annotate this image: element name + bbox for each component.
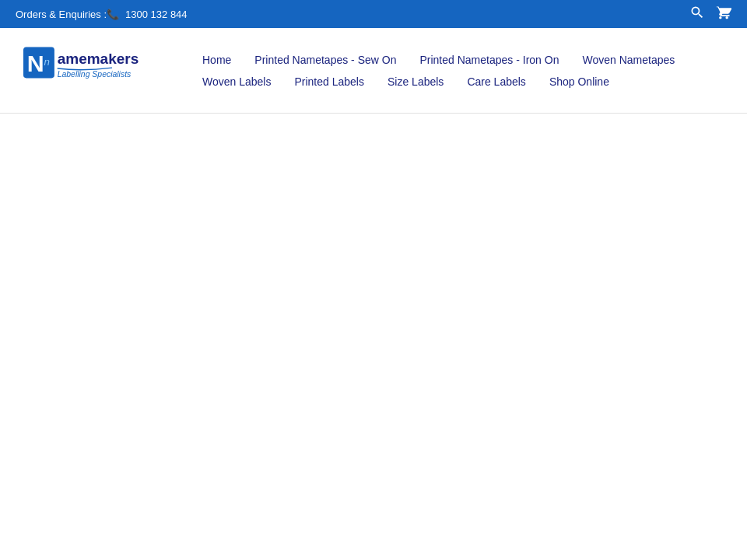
nav-link-woven-labels[interactable]: Woven Labels <box>202 75 271 88</box>
cart-icon[interactable] <box>716 5 731 23</box>
main-header: N n amemakers Labelling Specialists Home… <box>0 28 747 114</box>
logo[interactable]: N n amemakers Labelling Specialists <box>23 42 171 100</box>
nav-link-care-labels[interactable]: Care Labels <box>467 75 526 88</box>
nav-row-2: Woven LabelsPrinted LabelsSize LabelsCar… <box>202 71 724 93</box>
nav-link-printed-nametapes-iron-on[interactable]: Printed Nametapes - Iron On <box>419 54 559 66</box>
phone-number[interactable]: 1300 132 844 <box>125 9 188 20</box>
nav-link-woven-nametapes[interactable]: Woven Nametapes <box>582 54 675 66</box>
svg-text:amemakers: amemakers <box>58 51 139 67</box>
logo-area[interactable]: N n amemakers Labelling Specialists <box>23 42 171 100</box>
nav-row-1: HomePrinted Nametapes - Sew OnPrinted Na… <box>202 49 724 71</box>
nav-link-printed-nametapes-sew-on[interactable]: Printed Nametapes - Sew On <box>254 54 396 66</box>
svg-text:N: N <box>27 49 44 75</box>
phone-icon: 📞 <box>107 9 119 20</box>
nav-link-size-labels[interactable]: Size Labels <box>388 75 444 88</box>
top-bar-icons <box>689 5 731 23</box>
main-content <box>0 114 747 560</box>
top-bar: Orders & Enquiries : 📞 1300 132 844 <box>0 0 747 28</box>
nav-link-home[interactable]: Home <box>202 54 231 66</box>
orders-enquiries-label: Orders & Enquiries : <box>16 9 107 20</box>
nav-link-shop-online[interactable]: Shop Online <box>549 75 609 88</box>
search-icon[interactable] <box>689 5 705 23</box>
svg-text:n: n <box>44 56 50 68</box>
navigation: HomePrinted Nametapes - Sew OnPrinted Na… <box>202 49 724 93</box>
top-bar-contact: Orders & Enquiries : 📞 1300 132 844 <box>16 9 188 20</box>
svg-text:Labelling Specialists: Labelling Specialists <box>58 70 132 79</box>
nav-link-printed-labels[interactable]: Printed Labels <box>294 75 364 88</box>
